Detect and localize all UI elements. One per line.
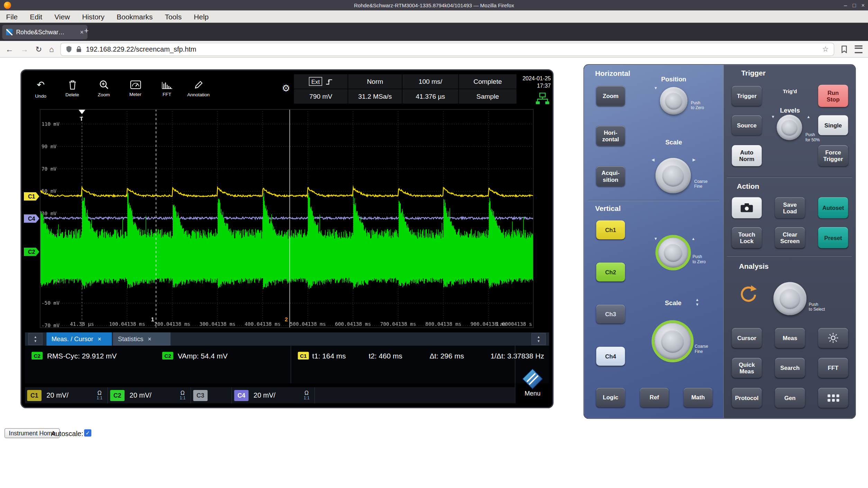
ch3-button[interactable]: Ch3 xyxy=(596,305,625,323)
zoom-button[interactable]: Zoom xyxy=(596,86,625,106)
undo-icon: ↶ xyxy=(37,79,45,91)
quick-meas-button[interactable]: Quick Meas xyxy=(732,358,762,378)
source-button[interactable]: Source xyxy=(732,115,762,135)
clear-screen-button[interactable]: Clear Screen xyxy=(775,227,805,248)
screenshot-button[interactable] xyxy=(732,197,762,218)
home-icon[interactable]: ⌂ xyxy=(49,45,54,54)
menu-button[interactable]: Menu xyxy=(516,369,549,404)
tab-meas-cursor[interactable]: Meas. / Cursor × xyxy=(46,332,112,346)
trigger-level-cell[interactable]: 790 mV xyxy=(294,89,347,104)
intensity-button[interactable] xyxy=(818,328,848,348)
ref-button[interactable]: Ref xyxy=(640,388,669,407)
bookmark-star-icon[interactable]: ☆ xyxy=(822,45,829,53)
undo-button[interactable]: ↶ Undo xyxy=(25,74,56,104)
search-button[interactable]: Search xyxy=(775,358,805,378)
new-tab-button[interactable]: + xyxy=(84,26,89,35)
horizontal-button[interactable]: Hori- zontal xyxy=(596,126,625,146)
trigger-position-cell[interactable]: 41.376 µs xyxy=(403,89,459,104)
channel4-settings[interactable]: C4 20 mV/ Ω1:1 xyxy=(232,387,315,403)
minimize-icon[interactable]: – xyxy=(844,2,847,8)
single-button[interactable]: Single xyxy=(818,115,848,135)
protocol-button[interactable]: Protocol xyxy=(732,388,762,408)
autoscale-checkbox[interactable]: ✓ xyxy=(84,429,91,437)
timebase-cell[interactable]: 100 ms/ xyxy=(403,74,459,89)
meas-button[interactable]: Meas xyxy=(775,328,805,348)
probe-label: 1:1 xyxy=(97,396,102,400)
menu-help[interactable]: Help xyxy=(188,12,215,21)
channel1-marker[interactable]: C1 xyxy=(24,192,39,201)
force-trigger-button[interactable]: Force Trigger xyxy=(818,145,848,166)
auto-norm-button[interactable]: Auto Norm xyxy=(732,145,762,166)
acquisition-button[interactable]: Acqui- sition xyxy=(596,166,625,186)
channel4-marker[interactable]: C4 xyxy=(24,214,39,223)
menu-view[interactable]: View xyxy=(48,12,76,21)
hamburger-menu-icon[interactable] xyxy=(855,45,862,53)
math-button[interactable]: Math xyxy=(684,388,712,407)
trigger-level-knob[interactable] xyxy=(777,115,802,140)
channel2-marker[interactable]: C2 xyxy=(24,248,39,256)
reload-icon[interactable]: ↻ xyxy=(35,45,42,54)
fft-button-screen[interactable]: FFT xyxy=(151,74,183,104)
cursor-button[interactable]: Cursor xyxy=(732,328,762,348)
horizontal-scale-knob[interactable] xyxy=(655,158,691,193)
menu-tools[interactable]: Tools xyxy=(159,12,188,21)
tab-close-icon[interactable]: × xyxy=(98,336,101,342)
bookmarks-icon[interactable] xyxy=(841,45,848,53)
delete-button[interactable]: Delete xyxy=(56,74,88,104)
vertical-offset-knob[interactable] xyxy=(658,238,688,267)
menu-history[interactable]: History xyxy=(76,12,111,21)
tab-title: Rohde&Schwar… xyxy=(16,29,76,35)
vertical-scale-knob[interactable] xyxy=(654,323,691,360)
acquisition-mode-cell[interactable]: Sample xyxy=(459,89,516,104)
ch4-button[interactable]: Ch4 xyxy=(596,347,625,365)
meter-button[interactable]: Meter xyxy=(119,74,151,104)
zoom-button-screen[interactable]: Zoom xyxy=(88,74,119,104)
tab-statistics[interactable]: Statistics × xyxy=(113,332,170,346)
autoset-button[interactable]: Autoset xyxy=(818,197,848,218)
probe-label: 1:1 xyxy=(304,396,309,400)
gear-icon[interactable]: ⚙ xyxy=(282,82,290,94)
browser-tab[interactable]: Rohde&Schwar… × xyxy=(2,25,87,39)
vertical-title: Vertical xyxy=(595,204,621,213)
run-stop-button[interactable]: Run Stop xyxy=(818,85,848,107)
horizontal-position-knob[interactable] xyxy=(660,87,688,115)
acquisition-state-cell[interactable]: Complete xyxy=(459,74,516,89)
channel2-settings[interactable]: C2 20 mV/ Ω1:1 xyxy=(108,387,191,403)
down-icon: ▼ xyxy=(537,339,541,344)
tab-close-icon[interactable]: × xyxy=(148,336,151,342)
annotation-button[interactable]: Annotation xyxy=(183,74,214,104)
forward-icon[interactable]: → xyxy=(20,45,28,54)
channel1-settings[interactable]: C1 20 mV/ Ω1:1 xyxy=(25,387,108,403)
channel3-settings[interactable]: C3 xyxy=(191,387,232,403)
tab-scroll-left[interactable]: ▲▼ xyxy=(28,333,43,345)
front-panel: Horizontal Zoom Position ▼ Push to Zero … xyxy=(584,65,855,418)
rotate-icon xyxy=(738,284,758,304)
preset-button[interactable]: Preset xyxy=(818,227,848,248)
menu-file[interactable]: File xyxy=(0,12,24,21)
menu-bookmarks[interactable]: Bookmarks xyxy=(111,12,159,21)
trigger-mode-cell[interactable]: Norm xyxy=(348,74,402,89)
url-bar[interactable]: 192.168.229.22/screencam_sfp.htm ☆ xyxy=(61,43,834,55)
trigger-button[interactable]: Trigger xyxy=(732,86,762,106)
navigation-knob[interactable] xyxy=(774,282,807,315)
coupling-label: Ω xyxy=(305,390,309,396)
maximize-icon[interactable]: □ xyxy=(852,2,856,8)
down-triangle-icon: ▼ xyxy=(771,115,775,118)
lock-icon xyxy=(76,45,82,53)
touch-lock-button[interactable]: Touch Lock xyxy=(732,227,762,248)
panel-blue: Horizontal Zoom Position ▼ Push to Zero … xyxy=(584,65,723,418)
tab-scroll-right[interactable]: ▲▼ xyxy=(532,333,546,345)
fft-button[interactable]: FFT xyxy=(818,358,848,378)
menu-edit[interactable]: Edit xyxy=(24,12,48,21)
ch2-button[interactable]: Ch2 xyxy=(596,263,625,281)
save-load-button[interactable]: Save Load xyxy=(775,197,805,218)
apps-button[interactable] xyxy=(818,388,848,408)
url-text[interactable]: 192.168.229.22/screencam_sfp.htm xyxy=(86,45,818,53)
back-icon[interactable]: ← xyxy=(6,45,13,54)
ch1-button[interactable]: Ch1 xyxy=(596,221,625,239)
trigger-source-cell[interactable]: Ext xyxy=(294,74,347,89)
logic-button[interactable]: Logic xyxy=(596,388,625,407)
tab-close-icon[interactable]: × xyxy=(80,29,83,35)
close-icon[interactable]: × xyxy=(861,2,865,8)
gen-button[interactable]: Gen xyxy=(775,388,805,408)
